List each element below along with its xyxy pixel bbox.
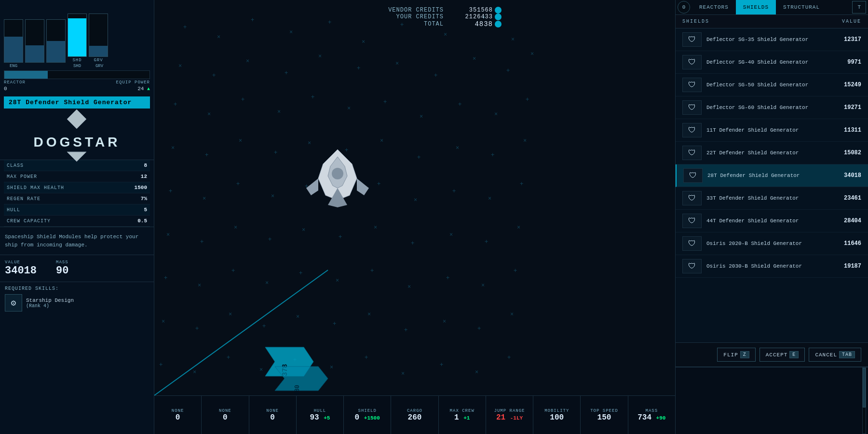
shield-icon-8: 🛡 <box>682 214 702 228</box>
tab-t-btn[interactable]: T <box>852 1 866 14</box>
svg-text:+: + <box>328 19 331 26</box>
svg-text:+: + <box>183 24 187 30</box>
your-credits-value: 2126433 <box>453 14 502 20</box>
svg-text:×: × <box>510 311 514 317</box>
svg-text:×: × <box>523 137 527 144</box>
svg-text:+: + <box>411 240 414 246</box>
shield-item-6[interactable]: 🛡 28T Defender Shield Generator 34018 <box>676 164 868 187</box>
tab-shields[interactable]: SHIELDS <box>736 0 776 14</box>
bottom-col-value-7: 21 -1LY <box>496 413 523 422</box>
shield-item-4[interactable]: 🛡 11T Defender Shield Generator 11311 <box>676 119 868 142</box>
shield-item-8[interactable]: 🛡 44T Defender Shield Generator 28404 <box>676 210 868 232</box>
shield-list[interactable]: 🛡 Deflector SG-35 Shield Generator 12317… <box>676 28 868 342</box>
tab-buttons: 0 REACTORS SHIELDS STRUCTURAL T <box>676 0 868 15</box>
shield-value-5: 15082 <box>837 149 861 156</box>
shield-item-5[interactable]: 🛡 22T Defender Shield Generator 15082 <box>676 142 868 164</box>
svg-text:×: × <box>229 311 232 317</box>
tab-reactors[interactable]: REACTORS <box>692 0 736 14</box>
bottom-col-label-8: MOBILITY <box>544 408 569 413</box>
shield-item-7[interactable]: 🛡 33T Defender Shield Generator 23461 <box>676 187 868 210</box>
power-section: REACTOR EQUIP POWER 0 24 ▲ <box>0 68 154 94</box>
stat-name-5: CREW CAPACITY <box>7 218 51 224</box>
action-btn-accept[interactable]: ACCEPT E <box>760 348 805 362</box>
shield-item-2[interactable]: 🛡 Deflector SG-50 Shield Generator 15249 <box>676 74 868 96</box>
action-btn-flip[interactable]: FLIP Z <box>717 348 755 362</box>
stat-row-4: HULL 5 <box>4 204 150 216</box>
svg-text:+: + <box>383 98 387 105</box>
svg-text:+: + <box>241 96 244 103</box>
equip-power-value: 24 ▲ <box>137 86 150 92</box>
bottom-col-delta-10: +90 <box>656 415 666 421</box>
mass-number: 90 <box>56 265 68 277</box>
bottom-col-label-10: MASS <box>645 408 658 413</box>
shield-item-0[interactable]: 🛡 Deflector SG-35 Shield Generator 12317 <box>676 28 868 51</box>
svg-text:×: × <box>318 53 322 59</box>
bottom-stat-col-8: MOBILITY 100 <box>533 396 581 434</box>
svg-text:×: × <box>407 283 411 290</box>
reactor-value: 0 <box>4 86 7 92</box>
svg-text:×: × <box>456 144 459 151</box>
svg-text:+: + <box>333 320 336 327</box>
shield-item-10[interactable]: 🛡 Osiris 2030-B Shield Generator 19187 <box>676 255 868 278</box>
svg-text:×: × <box>162 318 165 325</box>
reactor-label: REACTOR <box>4 80 26 85</box>
bottom-right-panel <box>675 366 868 434</box>
bottom-col-value-1: 0 <box>223 413 228 422</box>
svg-text:+: + <box>251 16 254 23</box>
bottom-col-delta-7: -1LY <box>510 415 523 421</box>
shield-name-8: 44T Defender Shield Generator <box>706 218 832 224</box>
svg-text:×: × <box>330 364 333 370</box>
meter-1-visual <box>4 19 23 63</box>
shield-value-3: 19271 <box>837 104 861 111</box>
power-values: 0 24 ▲ <box>4 86 150 92</box>
svg-marker-110 <box>77 129 86 133</box>
svg-text:+: + <box>520 180 523 187</box>
svg-text:×: × <box>277 108 281 115</box>
meter-2 <box>25 19 44 63</box>
svg-text:+: + <box>404 326 407 333</box>
key-badge-1: E <box>789 351 799 358</box>
skill-icon: ⚙ <box>5 294 22 312</box>
svg-text:+: + <box>507 354 511 361</box>
stat-row-5: CREW CAPACITY 0.5 <box>4 216 150 227</box>
vendor-credits-value: 351568 <box>453 7 502 14</box>
svg-text:×: × <box>420 113 423 120</box>
vendor-credit-icon <box>495 7 502 14</box>
meter-shd-visual <box>68 14 87 57</box>
scrollbar-track <box>862 367 866 434</box>
scroll-area <box>676 367 868 434</box>
shields-column-label: SHIELDS <box>682 19 709 24</box>
stat-name-2: SHIELD MAX HEALTH <box>7 185 64 190</box>
your-credits-label: YOUR CREDITS <box>366 14 444 20</box>
bottom-stat-col-10: MASS 734 +90 <box>628 396 675 434</box>
svg-text:+: + <box>200 238 203 245</box>
shield-name-10: Osiris 2030-B Shield Generator <box>706 263 832 269</box>
shield-value-10: 19187 <box>837 263 861 270</box>
svg-text:×: × <box>347 105 351 111</box>
svg-text:×: × <box>443 318 446 325</box>
shield-name-3: Deflector SG-60 Shield Generator <box>706 105 832 110</box>
action-btn-cancel[interactable]: CANCEL TAB <box>809 348 861 362</box>
svg-point-101 <box>332 168 343 179</box>
shield-item-9[interactable]: 🛡 Osiris 2020-B Shield Generator 11646 <box>676 232 868 255</box>
eng-label: ENG <box>4 64 23 68</box>
shield-name-0: Deflector SG-35 Shield Generator <box>706 37 832 42</box>
shield-name-9: Osiris 2020-B Shield Generator <box>706 241 832 246</box>
bottom-col-label-2: NONE <box>266 408 279 413</box>
power-labels: REACTOR EQUIP POWER <box>4 80 150 85</box>
svg-text:+: + <box>440 361 443 368</box>
shield-item-1[interactable]: 🛡 Deflector SG-40 Shield Generator 9971 <box>676 51 868 74</box>
value-block: VALUE 34018 <box>5 260 37 277</box>
shield-item-3[interactable]: 🛡 Deflector SG-60 Shield Generator 19271 <box>676 96 868 119</box>
stats-table: CLASS 8 MAX POWER 12 SHIELD MAX HEALTH 1… <box>0 160 154 227</box>
bottom-col-value-8: 100 <box>550 413 564 422</box>
shield-icon-5: 🛡 <box>682 146 702 160</box>
vendor-credits-row: VENDOR CREDITS 351568 <box>366 7 502 14</box>
svg-text:+: + <box>417 154 420 161</box>
svg-text:×: × <box>475 368 478 375</box>
stat-value-2: 1500 <box>135 185 147 190</box>
action-buttons: FLIP ZACCEPT ECANCEL TAB <box>676 342 868 366</box>
tab-circle-btn[interactable]: 0 <box>678 1 690 14</box>
item-description: Spaceship Shield Modules help protect yo… <box>0 227 154 255</box>
tab-structural[interactable]: STRUCTURAL <box>776 0 827 14</box>
